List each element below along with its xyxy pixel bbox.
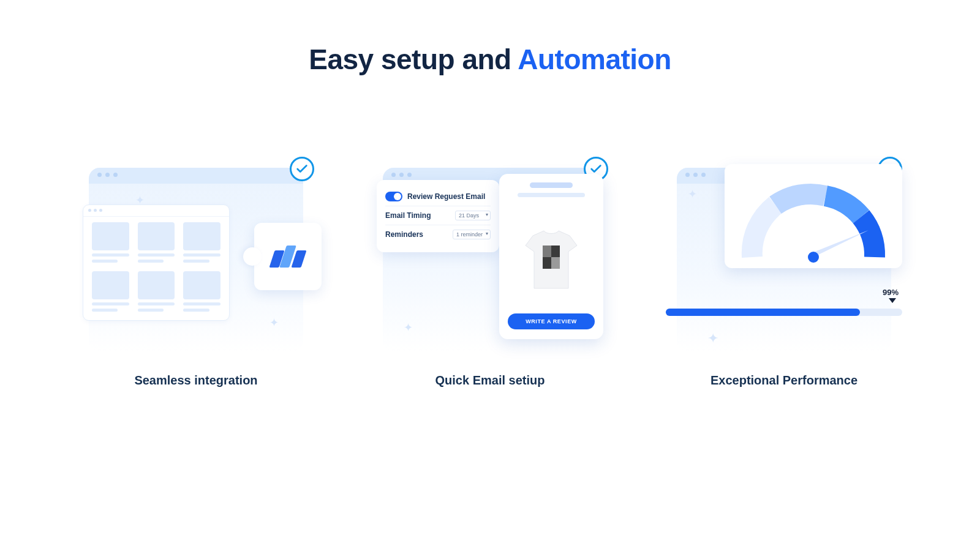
setting-row-toggle: Review Reguest Email (385, 187, 491, 206)
email-timing-label: Email Timing (385, 211, 431, 220)
email-preview-subheading (518, 193, 585, 197)
write-review-button[interactable]: WRITE A REVIEW (508, 313, 595, 329)
window-dots (97, 173, 118, 177)
setting-row-timing: Email Timing 21 Days (385, 206, 491, 225)
svg-rect-1 (543, 246, 551, 257)
email-preview-card: WRITE A REVIEW (499, 174, 603, 339)
reminders-label: Reminders (385, 230, 423, 239)
app-logo-icon (272, 246, 304, 268)
email-illustration: ✦ Review Reguest Email Email Timing 21 D (383, 168, 597, 351)
email-product-image (508, 208, 595, 313)
page-headline: Easy setup and Automation (309, 43, 671, 76)
review-request-toggle[interactable] (385, 192, 402, 201)
page: Easy setup and Automation ✦ ✦ (0, 0, 980, 551)
performance-illustration: ✦ ✦ (677, 168, 891, 351)
card-seamless-integration: ✦ ✦ (83, 168, 309, 388)
email-settings-panel: Review Reguest Email Email Timing 21 Day… (377, 180, 499, 252)
gauge-icon (740, 178, 887, 263)
window-dots (391, 173, 412, 177)
card-title-performance: Exceptional Performance (710, 373, 858, 388)
progress-fill (666, 309, 860, 316)
gauge-card (725, 164, 902, 268)
headline-accent: Automation (518, 43, 671, 75)
plugin-puzzle-piece (254, 223, 322, 290)
setting-row-reminders: Reminders 1 reminder (385, 225, 491, 244)
email-timing-select[interactable]: 21 Days (455, 211, 491, 220)
caret-down-icon (889, 298, 896, 303)
store-grid-window (83, 204, 230, 321)
feature-cards-row: ✦ ✦ (83, 168, 897, 388)
svg-rect-2 (551, 257, 560, 269)
headline-prefix: Easy setup and (309, 43, 518, 75)
progress-percent-label: 99% (883, 288, 899, 297)
card-title-email: Quick Email setiup (435, 373, 545, 388)
progress-bar: 99% (666, 302, 902, 333)
reminders-select[interactable]: 1 reminder (453, 230, 491, 239)
svg-point-4 (808, 252, 819, 263)
card-quick-email-setup: ✦ Review Reguest Email Email Timing 21 D (377, 168, 603, 388)
card-title-integration: Seamless integration (134, 373, 257, 388)
integration-illustration: ✦ ✦ (89, 168, 303, 351)
review-request-toggle-label: Review Reguest Email (407, 192, 485, 201)
card-exceptional-performance: ✦ ✦ (671, 168, 897, 388)
email-preview-heading (530, 182, 573, 188)
window-dots (685, 173, 706, 177)
tshirt-icon (521, 227, 582, 294)
checkmark-icon (290, 157, 314, 181)
